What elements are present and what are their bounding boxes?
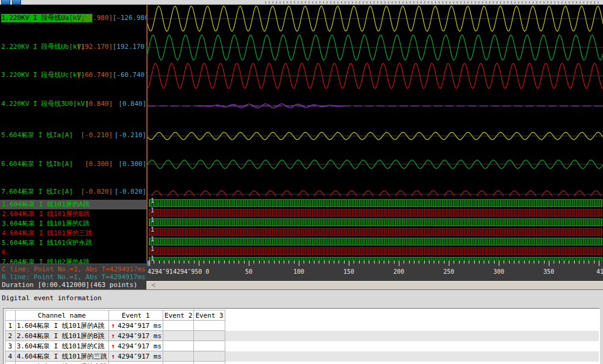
analog-channel-row[interactable]: 2.220KV I 段母线Ub[kV][192.170][192.170] (0, 43, 146, 51)
ruler-tick (464, 261, 464, 264)
digital-state-bar: 1 (149, 247, 602, 255)
digital-channel-row[interactable]: 4.604柘泉 I 线101屏的三跳 (0, 229, 146, 238)
event-table-row[interactable]: 33.604柘泉 I 线101屏的C跳↑4294″917 ms (5, 341, 599, 351)
ruler-tick (544, 261, 545, 264)
analog-channel-row[interactable]: 3.220KV I 段母线Uc[kV][-60.740][-60.740] (0, 71, 146, 79)
toolbar-button-1[interactable] (1, 0, 10, 5)
ruler-tick (484, 261, 484, 264)
digital-channel-row[interactable]: 6. (0, 248, 146, 258)
event-table-panel: Channel name Event 1 Event 2 Event 3 11.… (0, 306, 603, 364)
ruler-tick (304, 261, 304, 264)
event-table-box: Channel name Event 1 Event 2 Event 3 11.… (3, 308, 600, 364)
analog-channel-row[interactable]: 6.604柘泉 I 线Ib[A][0.300][0.300] (0, 160, 146, 168)
ruler-tick (474, 261, 475, 264)
digital-channel-row[interactable]: 3.604柘泉 I 线101屏的C跳 (0, 219, 146, 229)
ruler-tick (434, 261, 434, 264)
digital-state-bar: 1 (149, 218, 602, 226)
event-row-number: 2 (5, 331, 16, 341)
channel-value-primary: [-126.980] (57, 14, 113, 22)
row-number-header (5, 310, 16, 321)
ruler-tick (454, 261, 454, 264)
analog-channel-row[interactable]: 5.604柘泉 I 线Ia[A][-0.210][-0.210] (0, 131, 146, 140)
ruler-tick (314, 261, 314, 264)
event1-header: Event 1 (108, 310, 163, 321)
ruler-tick-label: 41 (596, 268, 603, 275)
ruler-tick (339, 261, 339, 264)
channel-value-secondary: [-0.210] (113, 131, 146, 140)
ruler-tick (534, 261, 534, 264)
scroll-left-icon[interactable]: < (151, 282, 155, 289)
ruler-tick (169, 261, 169, 264)
digital-channel-row[interactable]: 1.604柘泉 I 线101屏的A跳 (0, 200, 146, 209)
row-filler (225, 362, 599, 364)
ruler-tick-label: 100 (293, 268, 304, 275)
ruler-tick (174, 261, 175, 264)
event3-cell (194, 331, 225, 341)
digital-event-table: Channel name Event 1 Event 2 Event 3 11.… (5, 310, 599, 364)
digital-channel-row[interactable]: 2.604柘泉 I 线101屏的B跳 (0, 209, 146, 219)
ruler-tick (194, 261, 195, 264)
ruler-tick (444, 261, 445, 264)
ruler-tick (234, 261, 234, 264)
ruler-tick (529, 261, 530, 264)
ruler-tick (574, 261, 575, 264)
digital-state-value: 1 (151, 217, 154, 223)
ruler-tick (189, 261, 189, 264)
ruler-tick (504, 261, 504, 264)
event-channel-name: 3.604柘泉 I 线101屏的C跳 (15, 341, 108, 351)
event-row-number: 4 (5, 351, 16, 362)
ruler-tick (359, 261, 360, 264)
clipped-toolbar-text (265, 1, 601, 4)
event-table-row[interactable]: 55.604柘泉 I 线101保护永跳↑4294″917 ms (5, 362, 599, 364)
ruler-tick (559, 261, 560, 264)
horizontal-scrollbar[interactable]: < (146, 281, 603, 289)
toolbar-button-2[interactable] (12, 0, 21, 5)
event-channel-name: 5.604柘泉 I 线101保护永跳 (15, 362, 108, 364)
ruler-tick (274, 261, 275, 264)
digital-state-value: 1 (151, 208, 154, 214)
event-table-header-row: Channel name Event 1 Event 2 Event 3 (5, 310, 599, 321)
time-ruler[interactable]: 4294″914294″950 05010015020025030035041 (146, 261, 603, 281)
ruler-tick-label: 250 (443, 268, 454, 275)
analog-channel-row[interactable]: 4.220KV I 段母线3U0[kV][0.840][0.840] (0, 100, 146, 108)
ruler-tick (259, 261, 260, 264)
channel-value-secondary: [-60.740] (113, 71, 146, 79)
ruler-tick (334, 261, 334, 264)
channel-value-primary: [0.300] (57, 160, 113, 168)
digital-state-value: 1 (151, 236, 154, 242)
digital-state-value: 1 (151, 198, 154, 204)
ruler-tick (249, 261, 249, 266)
analog-channel-row[interactable]: 1.220KV I 段母线Ua[kV][-126.980][-126.980] (0, 14, 146, 22)
ruler-tick (519, 261, 519, 264)
ruler-tick (549, 261, 549, 266)
ruler-tick (299, 261, 299, 266)
ruler-tick (369, 261, 369, 264)
ruler-tick (284, 261, 284, 264)
event2-cell (163, 331, 194, 341)
ruler-tick (319, 261, 319, 264)
digital-trace-plot[interactable]: 1111111 (146, 196, 603, 261)
channel-value-secondary: [0.300] (113, 160, 146, 168)
event-table-row[interactable]: 44.604柘泉 I 线101屏的三跳↑4294″917 ms (5, 351, 599, 362)
ruler-tick (269, 261, 269, 264)
ruler-tick (424, 261, 425, 264)
analog-channel-row[interactable]: 7.604柘泉 I 线Ic[A][-0.020][-0.020] (0, 188, 146, 196)
event2-cell (163, 362, 194, 364)
channel-value-primary: [-60.740] (57, 71, 113, 79)
event-table-row[interactable]: 22.604柘泉 I 线101屏的B跳↑4294″917 ms (5, 331, 599, 341)
event-row-number: 1 (5, 321, 16, 331)
rising-edge-arrow-icon: ↑ (110, 322, 118, 330)
ruler-tick (279, 261, 280, 264)
analog-waveform-plot[interactable] (146, 5, 603, 196)
event1-cell: ↑4294″917 ms (108, 331, 163, 341)
event3-cell (194, 321, 225, 331)
ruler-tick (344, 261, 345, 264)
event-table-row[interactable]: 11.604柘泉 I 线101屏的A跳↑4294″917 ms (5, 321, 599, 331)
event-row-number: 5 (5, 362, 16, 364)
ruler-tick (244, 261, 245, 264)
ruler-tick-label: 150 (343, 268, 354, 275)
ruler-tick (579, 261, 580, 264)
ruler-tick (254, 261, 254, 264)
digital-channel-row[interactable]: 5.604柘泉 I 线101保护永跳 (0, 238, 146, 248)
ruler-tick (204, 261, 204, 264)
